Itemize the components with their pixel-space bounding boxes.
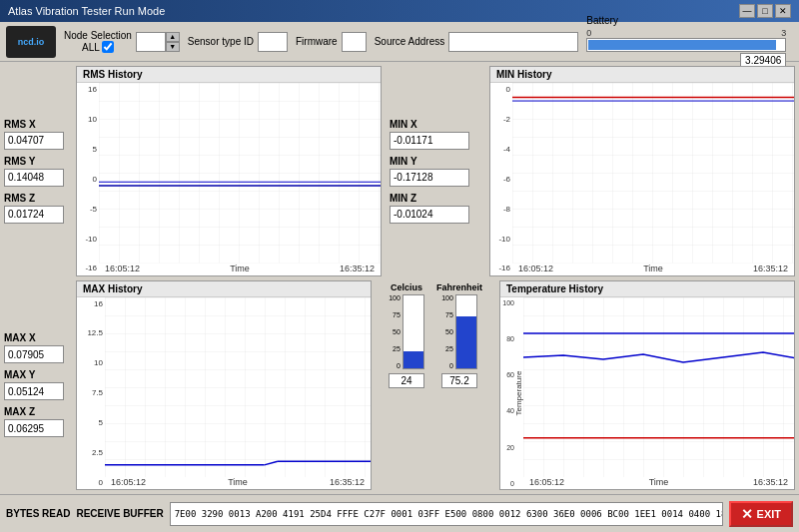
rms-time-start: 16:05:12 (105, 264, 140, 273)
temp-chart-title: Temperature History (500, 281, 794, 297)
bottom-bar: BYTES READ RECEIVE BUFFER 7E00 3290 0013… (0, 494, 799, 532)
logo: ncd.io (6, 26, 56, 58)
battery-ticks: 0 3 (586, 28, 786, 38)
min-chart-title: MIN History (490, 67, 794, 83)
battery-fill (588, 40, 776, 50)
svg-rect-0 (99, 83, 381, 264)
temp-therm-section: Celcius 100 75 50 25 0 (376, 280, 495, 491)
rms-chart-area: 16:05:12 Time 16:35:12 (99, 83, 381, 275)
celsius-value: 24 (389, 373, 424, 388)
exit-button[interactable]: ✕ EXIT (729, 501, 793, 527)
max-chart-panel: MAX History 16 12.5 10 7.5 5 2.5 0 (76, 280, 372, 491)
firmware-label: Firmware (296, 36, 338, 47)
celsius-fill (403, 351, 423, 367)
max-chart-area: 16:05:12 Time 16:35:12 (105, 297, 371, 490)
source-address-label: Source Address (375, 36, 445, 47)
node-spin-up[interactable]: ▲ (166, 32, 180, 42)
node-spinbox[interactable]: 0 ▲ ▼ (136, 32, 180, 52)
celsius-therm-bar (402, 294, 424, 369)
max-y-value: 0.05124 (4, 382, 64, 400)
battery-tick-3: 3 (781, 28, 786, 38)
top-bar: ncd.io Node Selection ALL 0 ▲ ▼ Sensor t… (0, 22, 799, 62)
temp-y-axis: 100 80 60 40 20 0 (500, 297, 514, 490)
all-label: ALL (82, 42, 100, 53)
window-title: Atlas Vibration Tester Run Mode (8, 5, 165, 17)
battery-section: Battery 0 3 3.29406 (586, 15, 786, 68)
sensor-type-label: Sensor type ID (188, 36, 254, 47)
temp-y-title: Temperature (514, 297, 523, 490)
node-spin-down[interactable]: ▼ (166, 42, 180, 52)
max-y-label: MAX Y (4, 369, 72, 380)
all-checkbox[interactable] (102, 41, 114, 53)
celsius-scale: 100 75 50 25 0 (389, 294, 400, 369)
fahrenheit-scale: 100 75 50 25 0 (441, 294, 453, 369)
celsius-label: Celcius (391, 282, 422, 292)
grid-main: RMS X 0.04707 RMS Y 0.14048 RMS Z 0.0172… (0, 62, 799, 494)
source-address-group: Source Address 0013 A200 4191 25D4 (375, 32, 579, 52)
max-y-item: MAX Y 0.05124 (4, 369, 72, 400)
rms-chart-title: RMS History (77, 67, 381, 83)
battery-label: Battery (586, 15, 618, 26)
rms-y-label: RMS Y (4, 156, 72, 167)
min-time-label: Time (643, 264, 663, 273)
fahrenheit-fill (456, 316, 476, 367)
fahrenheit-therm: Fahrenheit 100 75 50 25 0 (436, 282, 482, 388)
max-chart-title: MAX History (77, 281, 371, 297)
max-z-label: MAX Z (4, 406, 72, 417)
max-z-item: MAX Z 0.06295 (4, 406, 72, 437)
rms-x-value: 0.04707 (4, 132, 64, 150)
bytes-read-label: BYTES READ (6, 508, 70, 519)
top-row: RMS X 0.04707 RMS Y 0.14048 RMS Z 0.0172… (0, 62, 799, 278)
max-values-panel: MAX X 0.07905 MAX Y 0.05124 MAX Z 0.0629… (4, 280, 72, 491)
rms-x-item: RMS X 0.04707 (4, 119, 72, 150)
celsius-therm-wrapper: 100 75 50 25 0 (389, 294, 424, 369)
max-time-labels: 16:05:12 Time 16:35:12 (105, 477, 371, 489)
sensor-type-input[interactable]: 5 (258, 32, 288, 52)
min-chart-content: 0 -2 -4 -6 -8 -10 -16 (490, 83, 794, 275)
source-address-input[interactable]: 0013 A200 4191 25D4 (448, 32, 578, 52)
rms-x-label: RMS X (4, 119, 72, 130)
min-time-start: 16:05:12 (518, 264, 553, 273)
rms-chart-panel: RMS History 16 10 5 0 -5 -10 -16 (76, 66, 382, 276)
min-x-value: -0.01171 (390, 132, 469, 150)
main-content: ncd.io Node Selection ALL 0 ▲ ▼ Sensor t… (0, 22, 799, 532)
min-y-axis: 0 -2 -4 -6 -8 -10 -16 (490, 83, 512, 275)
node-value-input[interactable]: 0 (136, 32, 166, 52)
temp-chart-panel: Temperature History 100 80 60 40 20 0 Te… (499, 280, 795, 491)
svg-rect-3 (512, 83, 794, 264)
rms-values-panel: RMS X 0.04707 RMS Y 0.14048 RMS Z 0.0172… (4, 66, 72, 276)
rms-time-labels: 16:05:12 Time 16:35:12 (99, 264, 381, 275)
receive-buffer-display: 7E00 3290 0013 A200 4191 25D4 FFFE C27F … (170, 502, 723, 526)
rms-chart-content: 16 10 5 0 -5 -10 -16 (77, 83, 381, 275)
firmware-input[interactable]: 1 (342, 32, 367, 52)
min-y-value: -0.17128 (390, 169, 469, 187)
fahrenheit-value: 75.2 (441, 373, 477, 388)
rms-y-axis: 16 10 5 0 -5 -10 -16 (77, 83, 99, 275)
max-time-end: 16:35:12 (330, 477, 365, 487)
exit-icon: ✕ (741, 506, 753, 522)
min-z-label: MIN Z (390, 193, 481, 204)
rms-y-item: RMS Y 0.14048 (4, 156, 72, 187)
min-chart-svg (512, 83, 794, 264)
all-checkbox-group: ALL (82, 41, 114, 53)
min-time-end: 16:35:12 (753, 264, 788, 273)
battery-tick-0: 0 (586, 28, 591, 38)
temp-chart-area: 16:05:12 Time 16:35:12 (523, 297, 794, 490)
min-z-value: -0.01024 (390, 206, 469, 224)
therm-group: Celcius 100 75 50 25 0 (378, 282, 493, 388)
min-z-item: MIN Z -0.01024 (390, 193, 481, 224)
node-selection-label: Node Selection (64, 30, 132, 41)
sensor-type-group: Sensor type ID 5 (188, 32, 288, 52)
rms-y-value: 0.14048 (4, 169, 64, 187)
battery-bar (586, 38, 786, 52)
receive-buffer-label: RECEIVE BUFFER (76, 508, 163, 519)
fahrenheit-therm-wrapper: 100 75 50 25 0 (441, 294, 477, 369)
exit-label: EXIT (757, 508, 781, 520)
min-x-label: MIN X (390, 119, 481, 130)
svg-rect-10 (523, 297, 794, 478)
rms-z-label: RMS Z (4, 193, 72, 204)
temp-time-end: 16:35:12 (753, 477, 788, 487)
max-x-value: 0.07905 (4, 345, 64, 363)
max-chart-content: 16 12.5 10 7.5 5 2.5 0 (77, 297, 371, 490)
min-y-label: MIN Y (390, 156, 481, 167)
